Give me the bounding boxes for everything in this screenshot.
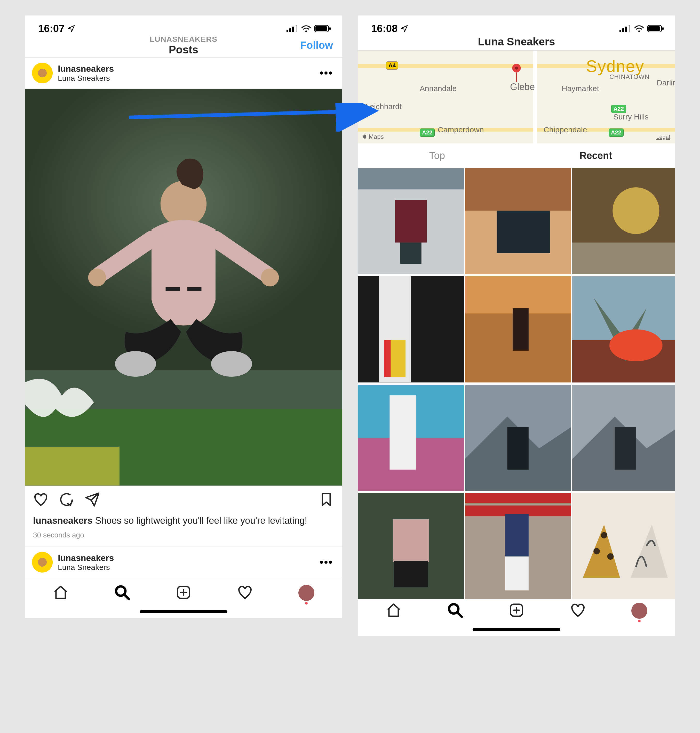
svg-rect-62 <box>507 427 529 470</box>
map-label-chinatown: CHINATOWN <box>609 73 649 81</box>
tab-search[interactable] <box>114 585 130 601</box>
tab-search[interactable] <box>447 602 463 619</box>
follow-button[interactable]: Follow <box>300 40 333 51</box>
svg-rect-64 <box>615 427 636 470</box>
location-tabs: Top Recent <box>358 144 675 168</box>
svg-rect-72 <box>505 557 529 591</box>
post2-options-button[interactable]: ••• <box>319 557 335 568</box>
comment-button[interactable] <box>59 492 74 508</box>
map-road-a22c: A22 <box>609 128 624 137</box>
svg-rect-34 <box>662 27 663 30</box>
svg-rect-51 <box>384 340 391 377</box>
svg-line-78 <box>457 612 462 617</box>
caption-text: Shoes so lightweight you'll feel like yo… <box>93 515 307 526</box>
post-options-button[interactable]: ••• <box>319 68 335 79</box>
svg-point-76 <box>607 553 613 560</box>
map-label-surryhills: Surry Hills <box>613 113 649 121</box>
tab-activity[interactable] <box>570 602 586 619</box>
grid-item[interactable] <box>572 168 675 275</box>
map-label-sydney: Sydney <box>586 57 644 76</box>
svg-point-20 <box>115 351 156 377</box>
map-road-a4: A4 <box>386 62 398 70</box>
post2-username[interactable]: lunasneakers <box>58 553 315 563</box>
map-label-camperdown: Camperdown <box>438 125 484 134</box>
tab-profile[interactable] <box>631 603 647 619</box>
svg-rect-15 <box>187 287 201 291</box>
grid-item[interactable] <box>465 493 571 600</box>
status-time: 16:07 <box>38 23 65 34</box>
share-button[interactable] <box>85 492 100 508</box>
home-indicator[interactable] <box>140 610 227 613</box>
svg-point-21 <box>211 351 252 377</box>
svg-rect-69 <box>465 493 571 503</box>
map-label-leichhardt: Leichhardt <box>366 102 401 111</box>
apple-logo-icon <box>361 134 367 140</box>
svg-rect-53 <box>465 276 571 313</box>
save-button[interactable] <box>319 492 334 508</box>
post2-location[interactable]: Luna Sneakers <box>58 563 315 572</box>
svg-rect-14 <box>166 287 180 291</box>
svg-point-57 <box>609 329 663 361</box>
grid-item[interactable] <box>358 385 464 492</box>
svg-rect-30 <box>628 25 630 32</box>
post-image[interactable] <box>25 89 342 486</box>
location-map[interactable]: Sydney Glebe Annandale Haymarket Leichha… <box>358 51 675 144</box>
tab-create[interactable] <box>509 602 525 619</box>
svg-rect-12 <box>25 447 119 486</box>
map-label-chippendale: Chippendale <box>544 125 587 134</box>
wifi-icon <box>634 25 644 32</box>
svg-rect-2 <box>289 28 291 32</box>
post-actions <box>25 486 342 514</box>
svg-rect-4 <box>295 25 297 32</box>
post-timestamp: 30 seconds ago <box>25 527 342 546</box>
svg-rect-43 <box>465 168 571 211</box>
tab-bar <box>25 578 342 604</box>
grid-item[interactable] <box>465 276 571 383</box>
grid-item[interactable] <box>358 276 464 383</box>
tab-home[interactable] <box>385 602 401 619</box>
svg-rect-29 <box>625 26 627 32</box>
grid-item[interactable] <box>465 385 571 492</box>
tab-top[interactable]: Top <box>358 144 516 168</box>
tab-activity[interactable] <box>237 585 253 601</box>
tab-recent[interactable]: Recent <box>516 144 675 168</box>
battery-icon <box>647 25 664 32</box>
grid-item[interactable] <box>572 493 675 600</box>
grid-item[interactable] <box>572 276 675 383</box>
grid-item[interactable] <box>358 168 464 275</box>
like-button[interactable] <box>33 492 49 508</box>
post-location[interactable]: Luna Sneakers <box>58 74 315 82</box>
avatar[interactable] <box>32 63 53 83</box>
post-grid <box>358 168 675 596</box>
grid-item[interactable] <box>358 493 464 600</box>
svg-rect-71 <box>505 514 529 557</box>
status-time: 16:08 <box>371 23 397 34</box>
post-username[interactable]: lunasneakers <box>58 64 315 74</box>
svg-rect-66 <box>393 519 429 562</box>
svg-rect-27 <box>619 30 621 32</box>
map-pin-icon <box>510 63 523 84</box>
tab-profile[interactable] <box>299 585 315 601</box>
caption-username[interactable]: lunasneakers <box>33 515 93 526</box>
grid-item[interactable] <box>465 168 571 275</box>
svg-rect-8 <box>329 27 331 30</box>
wifi-icon <box>301 25 311 32</box>
post-header: lunasneakers Luna Sneakers ••• <box>25 57 342 89</box>
svg-rect-73 <box>572 493 675 599</box>
phone-right: 16:08 Luna Sneakers Sydney Glebe Annanda… <box>358 15 675 636</box>
tab-create[interactable] <box>175 585 191 601</box>
svg-line-23 <box>124 595 129 599</box>
avatar[interactable] <box>32 552 53 573</box>
svg-point-31 <box>638 31 640 32</box>
svg-rect-3 <box>292 26 294 32</box>
grid-item[interactable] <box>572 385 675 492</box>
svg-rect-33 <box>649 26 660 31</box>
map-road-a22a: A22 <box>611 105 626 113</box>
tab-home[interactable] <box>53 585 69 601</box>
svg-point-19 <box>261 269 279 286</box>
home-indicator[interactable] <box>473 628 560 631</box>
map-legal-link[interactable]: Legal <box>656 134 670 140</box>
svg-rect-54 <box>513 308 529 351</box>
post2-header: lunasneakers Luna Sneakers ••• <box>25 546 342 578</box>
svg-point-5 <box>305 31 307 32</box>
